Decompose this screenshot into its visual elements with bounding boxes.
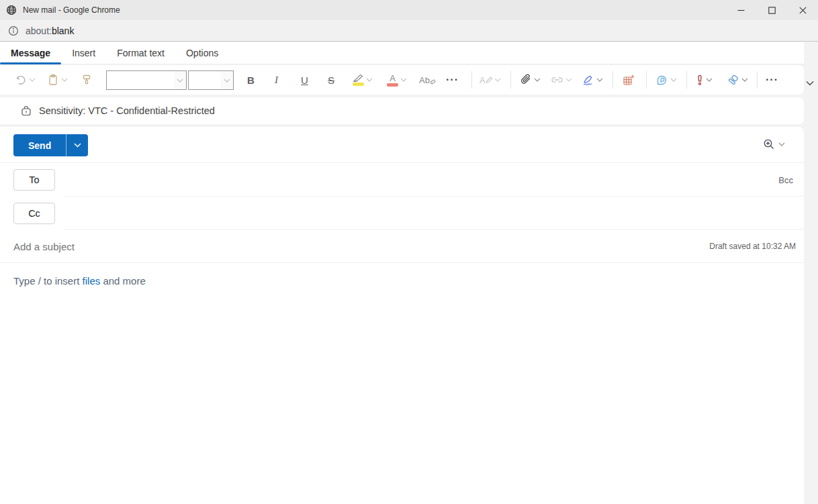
body-placeholder-prefix: Type / to insert <box>13 275 83 287</box>
sensitivity-label: Sensitivity: VTC - Confidential-Restrict… <box>39 105 215 116</box>
chevron-down-icon <box>494 78 501 82</box>
draft-saved-status: Draft saved at 10:32 AM <box>709 230 796 263</box>
chrome-popup-window: New mail - Google Chrome about:blank Mes… <box>0 0 818 504</box>
zoom-control[interactable] <box>763 138 785 150</box>
tab-insert[interactable]: Insert <box>61 42 106 64</box>
bcc-toggle[interactable]: Bcc <box>778 163 793 197</box>
page-globe-icon <box>6 5 17 15</box>
send-split-button: Send <box>13 134 88 156</box>
font-color-icon: A <box>387 74 398 87</box>
toolbar-divider <box>471 71 472 89</box>
chevron-down-icon <box>400 78 407 82</box>
send-options-dropdown[interactable] <box>66 134 88 156</box>
font-name-select[interactable] <box>106 70 187 90</box>
clear-formatting-button[interactable]: Ab <box>419 65 436 95</box>
underline-button[interactable]: U <box>301 65 308 95</box>
font-size-select[interactable] <box>188 70 234 90</box>
url-scheme: about: <box>26 26 52 36</box>
close-button[interactable] <box>787 0 818 20</box>
insert-link-button[interactable] <box>551 65 572 95</box>
chevron-down-icon <box>778 142 785 146</box>
format-painter-button[interactable] <box>81 65 93 95</box>
clear-formatting-icon: Ab <box>419 76 436 85</box>
toolbar-divider <box>646 71 647 89</box>
paste-button[interactable] <box>47 65 68 95</box>
toolbar-divider <box>686 71 687 89</box>
cc-button[interactable]: Cc <box>13 203 55 224</box>
tab-options[interactable]: Options <box>175 42 229 64</box>
draw-text-button[interactable]: A <box>480 65 501 95</box>
italic-icon: I <box>275 74 278 86</box>
send-row: Send <box>0 127 804 163</box>
chevron-down-icon <box>596 78 603 82</box>
exclamation-icon <box>696 74 704 86</box>
page-info-icon[interactable] <box>8 26 19 36</box>
bold-button[interactable]: B <box>247 65 255 95</box>
chevron-down-icon <box>61 78 68 82</box>
more-horizontal-icon: ··· <box>766 74 778 86</box>
more-formatting-button[interactable]: ··· <box>446 65 459 95</box>
to-button[interactable]: To <box>13 169 55 191</box>
loop-icon <box>655 74 668 87</box>
strikethrough-button[interactable]: S <box>328 65 334 95</box>
insert-signature-button[interactable] <box>582 65 603 95</box>
format-painter-icon <box>81 74 93 86</box>
briefcase-lock-icon <box>20 105 32 117</box>
toolbar-divider <box>757 71 758 89</box>
tab-format-text[interactable]: Format text <box>106 42 175 64</box>
sensitivity-button[interactable] <box>727 65 748 95</box>
toolbar-divider <box>510 71 511 89</box>
minimize-button[interactable] <box>725 0 756 20</box>
url-path: blank <box>52 26 74 36</box>
title-bar: New mail - Google Chrome <box>0 0 818 20</box>
insert-table-button[interactable] <box>622 65 635 95</box>
bold-icon: B <box>247 74 255 86</box>
text-highlight-button[interactable] <box>352 65 373 95</box>
link-icon <box>551 74 563 86</box>
sensitivity-banner[interactable]: Sensitivity: VTC - Confidential-Restrict… <box>0 97 804 124</box>
chevron-down-icon <box>741 78 748 82</box>
paste-icon <box>47 74 59 86</box>
sensitivity-stamp-icon <box>727 74 739 87</box>
url-bar[interactable]: about:blank <box>0 20 818 42</box>
more-horizontal-icon: ··· <box>446 74 459 86</box>
tab-message[interactable]: Message <box>0 42 61 64</box>
undo-icon <box>15 74 27 86</box>
chevron-down-icon <box>221 71 233 89</box>
chevron-down-icon <box>706 78 713 82</box>
loop-component-button[interactable] <box>655 65 677 95</box>
table-plus-icon <box>622 74 635 86</box>
chevron-down-icon <box>366 78 373 82</box>
insert-files-link[interactable]: files <box>83 275 101 287</box>
toolbar-divider <box>612 71 613 89</box>
strikethrough-icon: S <box>328 74 334 86</box>
undo-button[interactable] <box>15 65 36 95</box>
zoom-in-icon <box>763 138 775 150</box>
chevron-down-icon <box>565 78 572 82</box>
cc-row[interactable]: Cc <box>0 197 804 230</box>
attach-file-button[interactable] <box>520 65 541 95</box>
high-importance-button[interactable] <box>696 65 713 95</box>
italic-button[interactable]: I <box>275 65 278 95</box>
font-color-button[interactable]: A <box>387 65 407 95</box>
ribbon-tab-row: Message Insert Format text Options <box>0 42 804 64</box>
text-highlight-icon <box>352 74 364 86</box>
chevron-down-icon <box>670 78 677 82</box>
chevron-down-icon <box>29 78 36 82</box>
signature-icon <box>582 74 594 86</box>
maximize-button[interactable] <box>756 0 787 20</box>
more-options-button[interactable]: ··· <box>766 65 778 95</box>
subject-input[interactable]: Add a subject <box>13 230 75 263</box>
message-body[interactable]: Type / to insert files and more <box>0 263 804 504</box>
draw-text-icon: A <box>480 76 492 85</box>
subject-row[interactable]: Add a subject Draft saved at 10:32 AM <box>0 230 804 263</box>
send-button[interactable]: Send <box>13 134 66 156</box>
to-row[interactable]: To Bcc <box>0 163 804 197</box>
paperclip-icon <box>520 74 532 86</box>
chevron-down-icon <box>174 71 186 89</box>
url-text: about:blank <box>26 26 74 36</box>
compose-area: Send To Bcc Cc Add a subject Draft saved… <box>0 127 804 504</box>
window-title: New mail - Google Chrome <box>23 5 120 15</box>
body-placeholder-suffix: and more <box>100 275 146 287</box>
collapse-ribbon-button[interactable] <box>806 81 814 86</box>
